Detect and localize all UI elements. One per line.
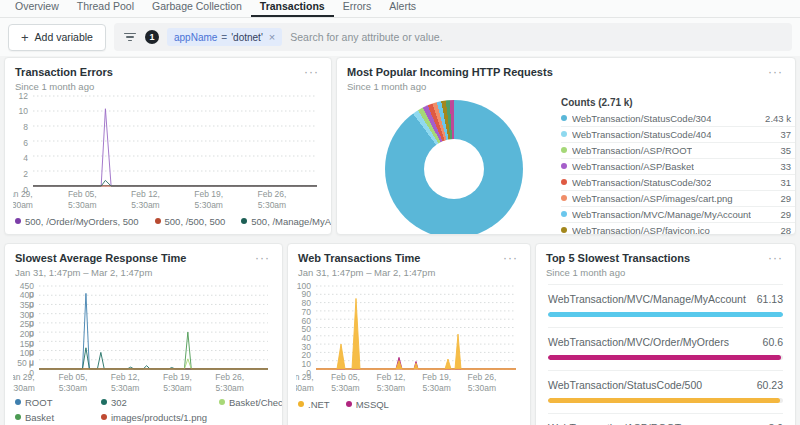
transaction-bar-row[interactable]: WebTransaction/StatusCode/50060.23 <box>548 370 783 413</box>
request-percent: 1.15 % <box>791 177 796 188</box>
x-axis-tick: Feb 12, 5:30am <box>377 372 406 391</box>
filter-icon <box>124 33 137 42</box>
panel-title: Transaction Errors <box>15 66 113 80</box>
panel-title: Most Popular Incoming HTTP Requests <box>347 66 553 80</box>
legend-item[interactable]: 500, /Manage/MyAccount, 500 <box>241 216 332 227</box>
legend-dot <box>15 414 21 420</box>
transaction-label: WebTransaction/MVC/Order/MyOrders <box>548 336 729 348</box>
http-requests-donut[interactable] <box>385 100 523 235</box>
x-axis-tick: Feb 19, 5:30am <box>163 372 192 391</box>
request-count: 28 <box>751 225 791 235</box>
request-percent: 1.07 % <box>791 193 796 204</box>
request-percent: 1.22 % <box>791 161 796 172</box>
panel-subtitle: Since 1 month ago <box>15 81 113 92</box>
request-row[interactable]: WebTransaction/MVC/Manage/MyAccount291.0… <box>561 207 796 223</box>
legend-dot <box>298 401 304 407</box>
y-axis-tick: 12 <box>13 92 28 101</box>
request-label: WebTransaction/StatusCode/404 <box>572 129 711 140</box>
x-axis-tick: Jan 29, 5:30am <box>13 189 33 208</box>
request-row[interactable]: WebTransaction/StatusCode/302311.15 % <box>561 175 796 191</box>
panel-header: Web Transactions Time Jan 31, 1:47pm – M… <box>288 244 530 278</box>
chip-operator: = <box>221 32 227 43</box>
x-axis-tick: Feb 19, 5:30am <box>422 372 451 391</box>
chip-value: 'dotnet' <box>231 32 263 43</box>
request-row[interactable]: WebTransaction/StatusCode/3042.43 k89.87… <box>561 111 796 127</box>
tab-garbage-collection[interactable]: Garbage Collection <box>143 0 251 17</box>
request-row[interactable]: WebTransaction/ASP/ROOT351.29 % <box>561 143 796 159</box>
transaction-value: 60.23 <box>757 379 783 391</box>
donut-hole <box>424 139 484 199</box>
request-row[interactable]: WebTransaction/ASP/Basket331.22 % <box>561 159 796 175</box>
panel-subtitle: Since 1 month ago <box>546 267 690 278</box>
bar-fill <box>548 312 783 317</box>
panel-slowest-response: Slowest Average Response Time Jan 31, 1:… <box>4 243 283 425</box>
x-axis-tick: Feb 05, 5:30am <box>59 372 88 391</box>
transaction-bar-row[interactable]: WebTransaction/MVC/Order/MyOrders60.6 <box>548 327 783 370</box>
request-row[interactable]: WebTransaction/ASP/images/cart.png291.07… <box>561 191 796 207</box>
panel-http-requests: Most Popular Incoming HTTP Requests Sinc… <box>336 57 796 235</box>
legend-label: 500, /500, 500 <box>165 216 226 227</box>
plus-icon: + <box>21 31 29 44</box>
legend-label: 500, /Manage/MyAccount, 500 <box>251 216 332 227</box>
search-placeholder: Search for any attribute or value. <box>290 31 442 43</box>
legend-item[interactable]: MSSQL <box>346 399 389 410</box>
transaction-bar-row[interactable]: WebTransaction/ASP/ROOT8.9 <box>548 413 783 425</box>
request-label: WebTransaction/ASP/favicon.ico <box>572 225 710 235</box>
request-percent: 1.07 % <box>791 209 796 220</box>
tab-thread-pool[interactable]: Thread Pool <box>68 0 143 17</box>
x-axis-tick: Feb 26, 5:30am <box>467 372 496 391</box>
panel-menu-icon[interactable]: ··· <box>253 252 272 264</box>
panel-menu-icon[interactable]: ··· <box>302 66 321 78</box>
legend-item[interactable]: 500, /500, 500 <box>155 216 226 227</box>
legend-item[interactable]: 500, /Order/MyOrders, 500 <box>15 216 139 227</box>
legend-item[interactable]: .NET <box>298 399 330 410</box>
web-transactions-legend: .NETMSSQL <box>288 399 530 410</box>
panel-menu-icon[interactable]: ··· <box>501 252 520 264</box>
chip-attribute: appName <box>174 32 217 43</box>
chip-remove-icon[interactable]: × <box>269 31 275 43</box>
panel-web-transactions: Web Transactions Time Jan 31, 1:47pm – M… <box>287 243 531 425</box>
filter-chip-appname[interactable]: appName = 'dotnet' × <box>167 28 282 46</box>
panel-transaction-errors: Transaction Errors Since 1 month ago ···… <box>4 57 332 235</box>
request-row[interactable]: WebTransaction/ASP/favicon.ico281.04 % <box>561 223 796 235</box>
legend-item[interactable]: images/products/1.png <box>101 412 219 423</box>
legend-label: Basket <box>25 412 54 423</box>
y-axis-tick: 2 <box>13 170 28 179</box>
panel-title: Top 5 Slowest Transactions <box>546 252 690 266</box>
bar-fill <box>548 398 780 403</box>
transaction-bar-row[interactable]: WebTransaction/MVC/Manage/MyAccount61.13 <box>548 284 783 327</box>
web-transactions-chart[interactable]: 1009080706050403020100Jan 29, 5:30amFeb … <box>296 284 522 391</box>
request-label: WebTransaction/StatusCode/304 <box>572 113 711 124</box>
transaction-errors-chart[interactable]: 121086420Jan 29, 5:30amFeb 05, 5:30amFeb… <box>13 94 323 208</box>
panel-subtitle: Jan 31, 1:47pm – Mar 2, 1:47pm <box>298 267 435 278</box>
panel-header: Top 5 Slowest Transactions Since 1 month… <box>536 244 795 278</box>
request-percent: 1.29 % <box>791 145 796 156</box>
legend-label: images/products/1.png <box>111 412 207 423</box>
panel-menu-icon[interactable]: ··· <box>766 252 785 264</box>
legend-item[interactable]: ROOT <box>15 397 101 408</box>
panel-menu-icon[interactable]: ··· <box>766 66 785 78</box>
add-variable-button[interactable]: + Add variable <box>8 24 106 51</box>
tab-errors[interactable]: Errors <box>334 0 381 17</box>
request-row[interactable]: WebTransaction/StatusCode/404371.37 % <box>561 127 796 143</box>
legend-item[interactable]: Basket <box>15 412 101 423</box>
panel-header: Most Popular Incoming HTTP Requests Sinc… <box>337 58 795 92</box>
request-count: 35 <box>751 145 791 156</box>
legend-item[interactable]: 302 <box>101 397 219 408</box>
tab-alerts[interactable]: Alerts <box>380 0 425 17</box>
tab-bar: OverviewThread PoolGarbage CollectionTra… <box>0 0 800 18</box>
x-axis-tick: Feb 12, 5:30am <box>131 189 160 208</box>
x-axis-tick: Feb 26, 5:30am <box>215 372 244 391</box>
series-dot <box>561 179 567 185</box>
legend-dot <box>241 218 247 224</box>
request-count: 29 <box>751 209 791 220</box>
legend-item[interactable]: Basket/Checkout <box>219 397 283 408</box>
series-dot <box>561 195 567 201</box>
slowest-response-chart[interactable]: 450 μ400 μ350 μ300 μ250 μ200 μ150 μ100 μ… <box>13 284 274 391</box>
x-axis-tick: Jan 29, 5:30am <box>13 372 35 391</box>
transaction-value: 60.6 <box>763 336 783 348</box>
tab-overview[interactable]: Overview <box>6 0 68 17</box>
x-axis-tick: Feb 05, 5:30am <box>331 372 360 391</box>
filter-search-bar[interactable]: 1 appName = 'dotnet' × Search for any at… <box>114 23 792 51</box>
tab-transactions[interactable]: Transactions <box>251 0 334 17</box>
